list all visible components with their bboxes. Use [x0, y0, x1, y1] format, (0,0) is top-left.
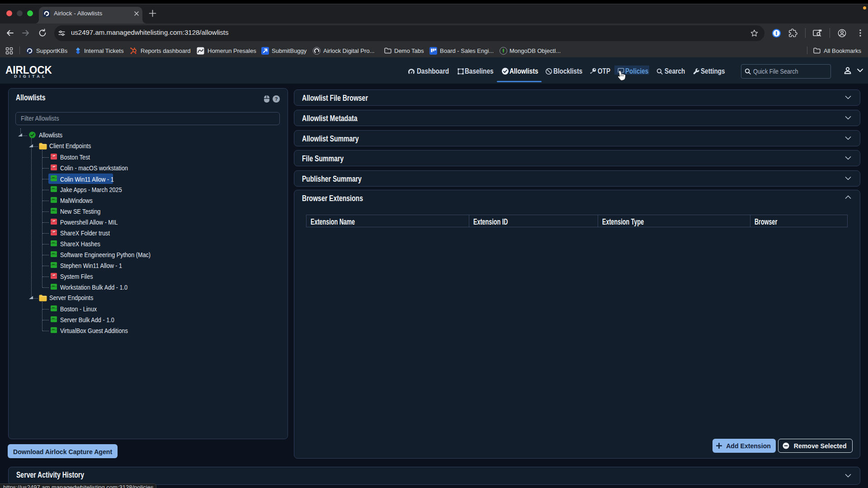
svg-text:?: ?: [275, 96, 278, 102]
